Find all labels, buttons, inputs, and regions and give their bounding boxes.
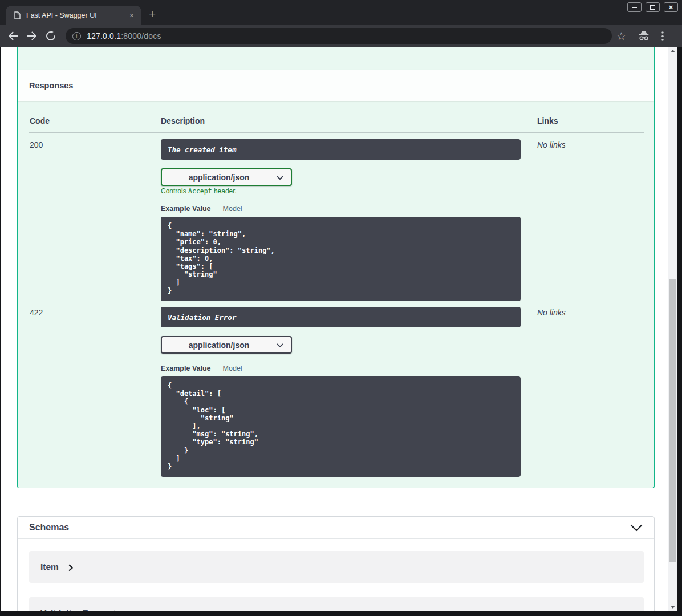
tab-divider <box>217 364 217 372</box>
accept-note-prefix: Controls <box>161 187 188 195</box>
browser-window: Fast API - Swagger UI × + × i 127.0.0.1:… <box>0 0 682 616</box>
new-tab-button[interactable]: + <box>149 7 156 21</box>
example-json-200: { "name": "string", "price": 0, "descrip… <box>161 217 521 301</box>
response-code-422: 422 <box>30 308 43 317</box>
media-type-value-422: application/json <box>189 341 250 350</box>
tab-title: Fast API - Swagger UI <box>26 11 129 19</box>
media-type-select-422[interactable]: application/json <box>161 336 292 354</box>
column-header-links: Links <box>537 116 558 125</box>
schema-item[interactable]: Item <box>29 551 644 583</box>
chevron-down-icon[interactable] <box>630 524 643 532</box>
browser-tab[interactable]: Fast API - Swagger UI × <box>6 6 141 25</box>
links-cell-422: No links <box>537 308 566 317</box>
response-code-200: 200 <box>30 140 43 149</box>
maximize-icon <box>650 5 655 10</box>
example-model-tabs-422: Example Value Model <box>161 364 242 372</box>
tab-close-icon[interactable]: × <box>129 11 134 20</box>
minimize-button[interactable] <box>627 2 642 12</box>
accept-note-suffix: header. <box>212 187 237 195</box>
window-border-bottom <box>0 611 682 616</box>
maximize-button[interactable] <box>646 2 660 12</box>
media-type-select-200[interactable]: application/json <box>161 168 292 186</box>
scroll-down-arrow-icon[interactable] <box>671 606 675 609</box>
url-host: 127.0.0.1 <box>87 31 121 40</box>
responses-section-title: Responses <box>18 70 654 101</box>
scroll-up-arrow-icon[interactable] <box>671 50 675 52</box>
window-border-left <box>0 47 1 616</box>
tab-model-422[interactable]: Model <box>223 364 242 372</box>
site-info-icon[interactable]: i <box>72 32 81 40</box>
page-scrollbar[interactable] <box>668 47 677 611</box>
bookmark-star-icon[interactable]: ☆ <box>616 31 626 42</box>
column-header-description: Description <box>161 116 205 125</box>
incognito-icon <box>638 31 650 41</box>
window-border-right <box>677 47 682 616</box>
table-header-divider <box>29 132 644 133</box>
responses-panel: Responses Code Description Links 200 The… <box>17 47 655 488</box>
schemas-section-title: Schemas <box>29 522 630 533</box>
tab-example-value-200[interactable]: Example Value <box>161 205 211 213</box>
chevron-down-icon <box>277 176 283 180</box>
window-controls: × <box>627 2 678 12</box>
minimize-icon <box>632 7 637 8</box>
schemas-panel: Schemas Item ValidationError <box>17 516 655 616</box>
chevron-down-icon <box>277 343 283 348</box>
tab-model-200[interactable]: Model <box>223 205 242 213</box>
accept-header-note: Controls Accept header. <box>161 187 237 195</box>
schema-name-item: Item <box>40 562 59 572</box>
page-icon <box>14 11 21 19</box>
chevron-right-icon <box>68 564 74 572</box>
tab-example-value-422[interactable]: Example Value <box>161 364 211 372</box>
accept-note-code: Accept <box>188 187 212 195</box>
menu-dots-icon[interactable] <box>661 31 664 41</box>
reload-button[interactable] <box>43 29 58 43</box>
links-cell-200: No links <box>537 140 566 149</box>
example-model-tabs-200: Example Value Model <box>161 204 242 213</box>
toolbar-right-icons: ☆ <box>616 31 664 42</box>
page-content: Responses Code Description Links 200 The… <box>0 47 682 616</box>
title-bar: Fast API - Swagger UI × + × <box>0 0 682 25</box>
response-description-422: Validation Error <box>161 307 521 327</box>
tab-divider <box>217 204 217 213</box>
example-json-422: { "detail": [ { "loc": [ "string" ], "ms… <box>161 376 521 477</box>
url-path: :8000/docs <box>121 31 161 40</box>
close-button[interactable]: × <box>664 2 678 12</box>
media-type-value-200: application/json <box>189 173 250 182</box>
scrollbar-thumb[interactable] <box>669 279 676 562</box>
forward-button[interactable] <box>25 29 39 43</box>
response-description-200: The created item <box>161 139 521 160</box>
back-button[interactable] <box>6 29 21 43</box>
address-bar[interactable]: i 127.0.0.1:8000/docs <box>66 28 612 44</box>
browser-toolbar: i 127.0.0.1:8000/docs ☆ <box>0 25 682 47</box>
column-header-code: Code <box>30 116 50 125</box>
schemas-header[interactable]: Schemas <box>18 517 654 539</box>
url-text[interactable]: 127.0.0.1:8000/docs <box>87 31 161 40</box>
